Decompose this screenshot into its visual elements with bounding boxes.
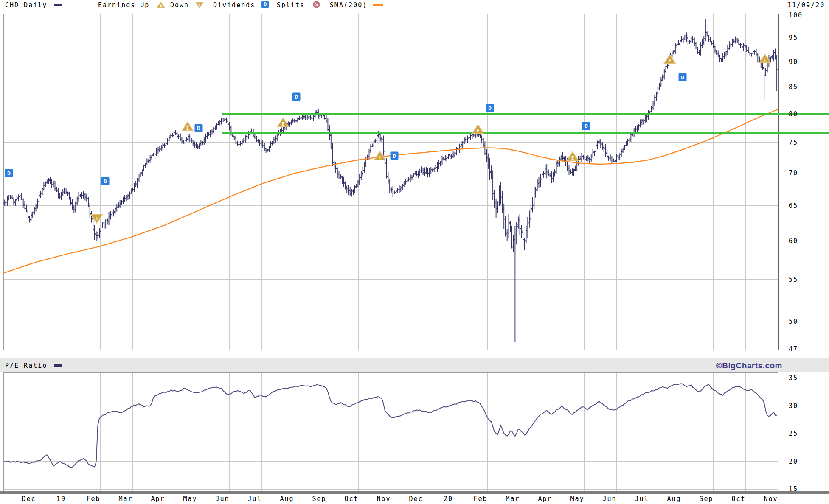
svg-text:E: E: [282, 122, 284, 126]
dividend-marker: D: [292, 93, 301, 101]
month-axis-label: Aug: [667, 495, 681, 503]
dividend-marker: D: [391, 152, 399, 160]
gridlines: [3, 14, 778, 492]
svg-text:E: E: [764, 58, 766, 63]
month-axis-label: Mar: [118, 495, 132, 503]
dividend-marker: D: [582, 122, 590, 130]
pe-axis-label: 35: [789, 374, 798, 382]
pe-legend-dash-icon: [54, 364, 62, 367]
price-axis-label: 75: [789, 139, 798, 146]
pe-axis-label: 30: [789, 402, 798, 410]
dividend-marker: D: [101, 177, 110, 185]
svg-text:E: E: [477, 129, 479, 133]
svg-text:E: E: [186, 126, 189, 131]
bigcharts-copyright: ©BigCharts.com: [716, 361, 782, 370]
month-axis-label: Apr: [151, 495, 165, 503]
axis-labels: 10095908580757065605550473530252015Dec19…: [22, 11, 803, 503]
price-axis-label: 80: [789, 110, 798, 118]
svg-text:D: D: [585, 123, 588, 129]
price-axis-label: 55: [789, 276, 798, 283]
price-axis-label: 60: [789, 237, 798, 245]
month-axis-label: Jun: [215, 495, 229, 503]
plot-borders: [0, 14, 829, 494]
month-axis-label: 20: [444, 495, 453, 503]
month-axis-label: Oct: [731, 495, 745, 503]
svg-text:E: E: [669, 59, 671, 63]
svg-text:D: D: [488, 105, 492, 111]
price-axis-label: 47: [789, 345, 798, 353]
svg-text:E: E: [379, 155, 381, 160]
price-axis-label: 95: [789, 34, 798, 42]
svg-text:D: D: [197, 125, 200, 132]
earnings-up-marker: E: [664, 55, 675, 63]
price-and-pe-chart: EEEEEEEEDDDDDDDD100959085807570656055504…: [0, 0, 829, 504]
dividend-marker: D: [679, 73, 687, 81]
svg-text:D: D: [393, 153, 396, 159]
earnings-up-marker: E: [567, 152, 578, 160]
svg-text:D: D: [7, 170, 11, 176]
month-axis-label: May: [570, 495, 584, 503]
price-axis-label: 70: [789, 169, 798, 177]
month-axis-label: Feb: [473, 495, 487, 503]
price-axis-label: 90: [789, 58, 798, 66]
svg-text:E: E: [571, 156, 574, 160]
pe-ratio-label: P/E Ratio: [5, 362, 47, 370]
earnings-up-marker: E: [278, 118, 289, 126]
dividend-marker: D: [486, 104, 494, 112]
month-axis-label: Nov: [377, 495, 391, 503]
month-axis-label: Dec: [409, 495, 423, 503]
price-axis-label: 100: [789, 11, 803, 19]
month-axis-label: Sep: [699, 495, 713, 503]
month-axis-label: Aug: [280, 495, 294, 503]
svg-text:E: E: [96, 216, 98, 221]
pe-ratio-band: P/E Ratio: [0, 358, 829, 372]
month-axis-label: Oct: [344, 495, 358, 503]
price-axis-label: 85: [789, 83, 798, 91]
svg-text:D: D: [104, 178, 107, 185]
month-axis-label: Jul: [635, 495, 649, 503]
pe-axis-label: 20: [789, 458, 798, 465]
month-axis-label: 19: [56, 495, 66, 503]
event-markers: EEEEEEEEDDDDDDDD: [5, 54, 771, 223]
month-axis-label: Dec: [22, 495, 36, 503]
earnings-up-marker: E: [472, 125, 483, 133]
svg-text:D: D: [681, 74, 684, 81]
price-axis-label: 65: [789, 202, 798, 210]
pe-axis-label: 25: [789, 430, 798, 437]
svg-text:D: D: [295, 94, 298, 100]
month-axis-label: Jun: [602, 495, 616, 503]
month-axis-label: Feb: [86, 495, 100, 503]
month-axis-label: Mar: [506, 495, 520, 503]
dividend-marker: D: [195, 124, 203, 132]
dividend-marker: D: [5, 169, 13, 177]
resistance-lines: [222, 114, 829, 133]
pe-axis-label: 15: [789, 485, 798, 493]
earnings-up-marker: E: [182, 122, 193, 131]
bigcharts-page: CHD Daily Earnings Up E Down E Dividends…: [0, 0, 829, 504]
month-axis-label: Sep: [312, 495, 326, 503]
month-axis-label: Apr: [538, 495, 552, 503]
month-axis-label: Nov: [764, 495, 778, 503]
month-axis-label: Jul: [247, 495, 261, 503]
month-axis-label: May: [183, 495, 197, 503]
price-axis-label: 50: [789, 318, 798, 325]
